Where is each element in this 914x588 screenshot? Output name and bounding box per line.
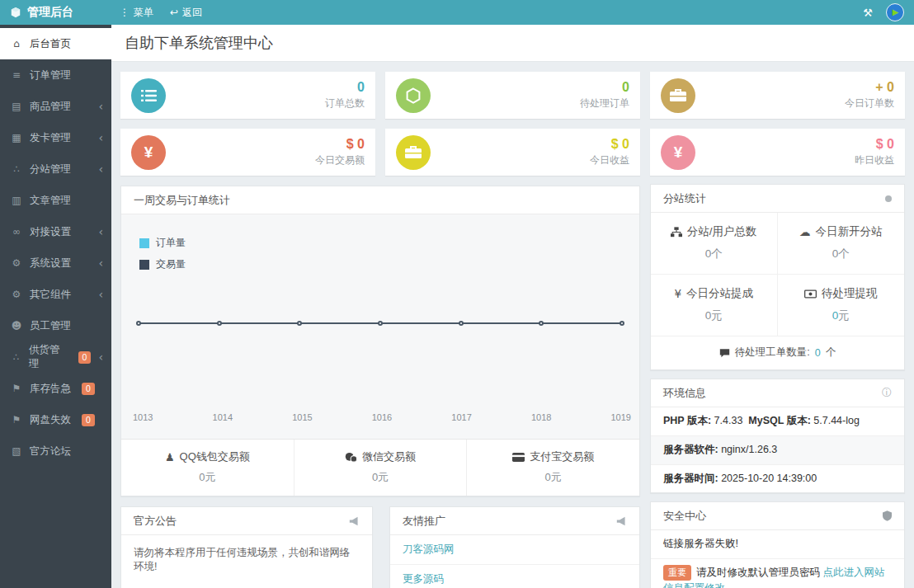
pending-tickets-count: 0 — [815, 347, 821, 359]
important-badge: 重要 — [663, 565, 691, 581]
topbar: 管理后台 ⋮ 菜单 ↩ 返回 ⚒ ▶ — [0, 0, 914, 25]
php-version: 7.4.33 — [714, 415, 743, 426]
friend-link[interactable]: 更多源码 — [390, 565, 639, 588]
sidebar-item-api[interactable]: ∞ 对接设置 ‹ — [0, 216, 111, 247]
sidebar-item-components[interactable]: ⚙ 其它组件 ‹ — [0, 279, 111, 310]
chart-point — [378, 321, 383, 326]
play-icon: ▶ — [893, 8, 899, 16]
env-info-title: 环境信息 — [663, 386, 706, 401]
user-icon: ☻ — [11, 320, 22, 332]
stat-label: 今日订单数 — [845, 96, 894, 111]
cube-icon — [10, 7, 21, 18]
sidebar-item-home[interactable]: ⌂ 后台首页 — [0, 28, 111, 59]
branch-users-cell: 分站/用户总数 0个 — [651, 213, 778, 275]
chevron-left-icon: ‹ — [98, 226, 103, 238]
branch-stats-title: 分站统计 — [663, 191, 706, 206]
money-icon — [804, 289, 817, 299]
friend-links-panel: 友情推广 刀客源码网 更多源码 — [389, 506, 640, 588]
stat-card-pending-orders[interactable]: 0 待处理订单 — [385, 72, 640, 119]
book-icon: ▧ — [11, 445, 22, 457]
back-button[interactable]: ↩ 返回 — [170, 6, 202, 20]
server-time-row: 服务器时间: 2025-10-20 14:39:00 — [651, 465, 904, 493]
file-icon: ▥ — [11, 195, 22, 206]
chart-point — [539, 321, 544, 326]
back-icon: ↩ — [170, 7, 178, 18]
sidebar-item-label: 后台首页 — [30, 37, 71, 51]
sidebar-item-products[interactable]: ▤ 商品管理 ‹ — [0, 91, 111, 122]
bullhorn-icon: ⚑ — [11, 383, 22, 394]
sidebar-item-branches[interactable]: ∴ 分站管理 ‹ — [0, 153, 111, 185]
page-title: 自助下单系统管理中心 — [125, 33, 273, 53]
briefcase-icon — [396, 135, 431, 170]
pay-value: 0元 — [467, 470, 639, 485]
x-tick-label: 1018 — [531, 412, 551, 422]
legend-swatch — [139, 260, 149, 270]
env-info-panel: 环境信息 ⓘ PHP 版本: 7.4.33 MySQL 版本: 5.7.44-l… — [650, 379, 905, 493]
brand-title: 管理后台 — [27, 5, 73, 20]
sidebar-item-label: 系统设置 — [30, 256, 71, 270]
sidebar-item-forum[interactable]: ▧ 官方论坛 — [0, 435, 111, 467]
cart-icon: ▤ — [11, 101, 22, 112]
count-badge: 0 — [78, 351, 92, 364]
list-icon: ≡ — [11, 69, 22, 81]
yuan-icon: ¥ — [661, 135, 695, 170]
chevron-left-icon: ‹ — [98, 351, 103, 363]
stat-card-yesterday-profit[interactable]: ¥ $ 0 昨日收益 — [650, 129, 905, 176]
chart-line-track — [136, 318, 624, 327]
page-header: 自助下单系统管理中心 — [111, 25, 914, 62]
branch-stats-panel: 分站统计 分站/用户总数 0个 ☁ 今日新开分站 — [650, 184, 905, 370]
stat-card-today-volume[interactable]: ¥ $ 0 今日交易额 — [120, 129, 375, 176]
legend-swatch — [139, 238, 149, 248]
sidebar: ⌂ 后台首页 ≡ 订单管理 ▤ 商品管理 ‹ ▦ 发卡管理 ‹ ∴ 分站管理 ‹… — [0, 25, 111, 588]
menu-toggle[interactable]: ⋮ 菜单 — [120, 6, 153, 20]
chart-legend: 订单量交易量 — [139, 236, 186, 279]
chart-point — [297, 321, 302, 326]
mysql-version: 5.7.44-log — [813, 415, 860, 426]
chart-point — [136, 321, 141, 326]
pay-label: 微信交易额 — [362, 449, 416, 464]
wrench-icon[interactable]: ⚒ — [863, 7, 873, 19]
yuan-icon: ¥ — [674, 287, 681, 300]
weekly-chart-panel: 一周交易与订单统计 订单量交易量 10131014101510161017101… — [120, 186, 640, 496]
legend-item[interactable]: 订单量 — [139, 236, 186, 250]
stat-card-order-total[interactable]: 0 订单总数 — [120, 72, 375, 119]
shield-icon — [883, 510, 892, 521]
server-link-status: 链接服务器失败! — [651, 530, 904, 559]
weekly-chart: 订单量交易量 1013101410151016101710181019 — [121, 214, 639, 439]
new-branches-cell: ☁ 今日新开分站 0个 — [778, 213, 905, 275]
sidebar-item-system[interactable]: ⚙ 系统设置 ‹ — [0, 247, 111, 279]
server-software: nginx/1.26.3 — [721, 444, 777, 455]
chart-point — [620, 321, 624, 326]
dot-icon — [885, 195, 892, 202]
brand: 管理后台 — [0, 5, 111, 20]
stat-value: 0 — [580, 80, 629, 95]
chevron-left-icon: ‹ — [98, 163, 103, 175]
stat-card-today-profit[interactable]: $ 0 今日收益 — [385, 129, 640, 176]
wechat-cell: 微信交易额 0元 — [294, 440, 467, 496]
sidebar-item-supply[interactable]: ∴ 供货管理 0 ‹ — [0, 341, 111, 373]
sitemap-icon — [671, 227, 682, 238]
stat-value: $ 0 — [590, 137, 629, 152]
briefcase-icon — [661, 78, 695, 113]
link-icon: ∞ — [11, 226, 22, 238]
avatar[interactable]: ▶ — [886, 3, 904, 21]
stat-label: 今日收益 — [590, 153, 629, 167]
legend-item[interactable]: 交易量 — [139, 257, 186, 271]
sidebar-item-cards[interactable]: ▦ 发卡管理 ‹ — [0, 122, 111, 153]
sidebar-item-stock-alert[interactable]: ⚑ 库存告急 0 — [0, 373, 111, 404]
yuan-icon: ¥ — [131, 135, 166, 170]
menu-icon: ⋮ — [120, 7, 130, 18]
stat-card-today-orders[interactable]: + 0 今日订单数 — [650, 72, 905, 119]
sidebar-item-label: 官方论坛 — [30, 445, 71, 459]
payment-summary-row: ♟ QQ钱包交易额 0元 微信交易额 0元 — [121, 439, 639, 496]
chart-x-labels: 1013101410151016101710181019 — [133, 412, 631, 422]
sidebar-item-staff[interactable]: ☻ 员工管理 — [0, 310, 111, 341]
pending-tickets: 待处理工单数量: 0 个 — [651, 336, 904, 369]
chevron-left-icon: ‹ — [98, 132, 103, 143]
alipay-card-icon — [512, 453, 525, 462]
sidebar-item-netdisk[interactable]: ⚑ 网盘失效 0 — [0, 404, 111, 435]
sidebar-item-articles[interactable]: ▥ 文章管理 — [0, 185, 111, 216]
sidebar-item-orders[interactable]: ≡ 订单管理 — [0, 59, 111, 91]
friend-link[interactable]: 刀客源码网 — [390, 535, 639, 565]
x-tick-label: 1019 — [610, 412, 630, 422]
